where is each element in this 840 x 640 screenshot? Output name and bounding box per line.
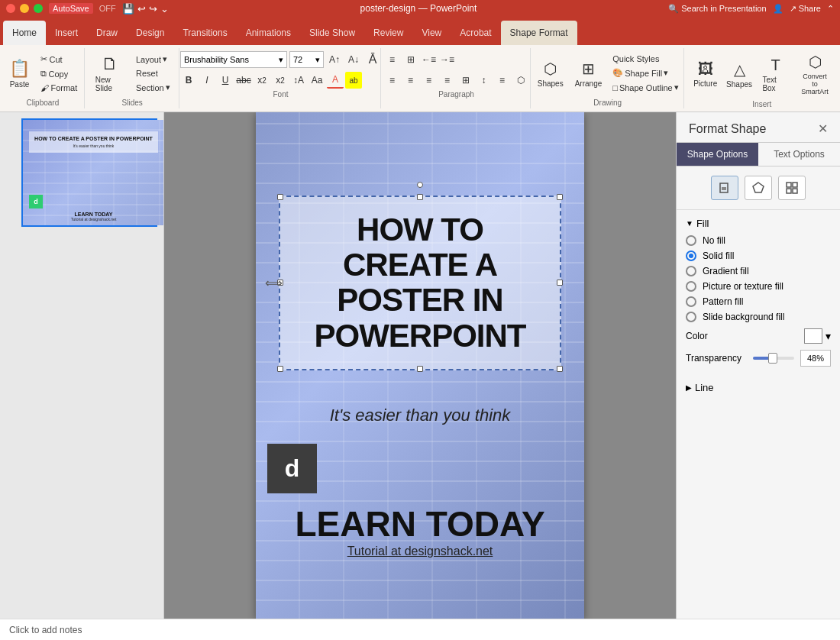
tab-transitions[interactable]: Transitions	[173, 21, 236, 45]
radio-no-fill[interactable]	[686, 235, 696, 246]
tab-design[interactable]: Design	[127, 21, 173, 45]
shape-outline-button[interactable]: □ Shape Outline ▾	[609, 81, 682, 94]
clear-format-button[interactable]: Ā	[364, 51, 381, 68]
copy-button[interactable]: ⧉ Copy	[37, 67, 81, 80]
redo-icon[interactable]: ↪	[149, 3, 157, 15]
tab-review[interactable]: Review	[364, 21, 412, 45]
tab-draw[interactable]: Draw	[87, 21, 127, 45]
window-controls[interactable]	[6, 4, 43, 13]
effects-icon-btn[interactable]	[745, 176, 772, 200]
subscript-button[interactable]: x2	[272, 72, 289, 89]
handle-middle-right[interactable]	[557, 280, 563, 286]
justify-button[interactable]: ≡	[439, 72, 456, 89]
layout-button[interactable]: Layout ▾	[132, 53, 174, 66]
font-size-selector[interactable]: 72 ▾	[289, 51, 324, 68]
arrange-button[interactable]: ⊞ Arrange	[570, 57, 607, 91]
tab-animations[interactable]: Animations	[237, 21, 300, 45]
section-button[interactable]: Section ▾	[132, 81, 174, 94]
align-center-button[interactable]: ≡	[402, 72, 419, 89]
fill-line-icon-btn[interactable]	[711, 176, 738, 200]
color-picker[interactable]: ▾	[804, 328, 831, 344]
quick-styles-button[interactable]: Quick Styles	[609, 53, 682, 65]
text-spacing-button[interactable]: ↕A	[290, 72, 307, 89]
fill-option-slide-background[interactable]: Slide background fill	[686, 312, 831, 322]
underline-button[interactable]: U	[217, 72, 234, 89]
handle-bottom-right[interactable]	[557, 366, 563, 372]
handle-top-middle[interactable]	[417, 194, 423, 200]
undo-icon[interactable]: ↩	[137, 3, 146, 15]
radio-gradient-fill[interactable]	[686, 266, 696, 276]
smartart-button[interactable]: ⬡ Convert to SmartArt	[796, 50, 834, 99]
color-swatch[interactable]	[804, 328, 822, 344]
handle-top-right[interactable]	[557, 194, 563, 200]
tab-slideshow[interactable]: Slide Show	[300, 21, 364, 45]
search-bar[interactable]: 🔍 Search in Presentation	[668, 4, 766, 14]
font-family-selector[interactable]: Brushability Sans ▾	[180, 51, 287, 68]
increase-font-size-button[interactable]: A↑	[326, 51, 343, 68]
handle-bottom-left[interactable]	[277, 366, 283, 372]
shapes-btn2[interactable]: △ Shapes	[723, 57, 756, 92]
italic-button[interactable]: I	[199, 72, 215, 89]
transparency-slider[interactable]	[753, 357, 794, 360]
superscript-button[interactable]: x2	[254, 72, 270, 89]
line-section-header[interactable]: ▶ Line	[686, 382, 831, 393]
close-button[interactable]	[6, 4, 15, 13]
handle-bottom-middle[interactable]	[417, 366, 423, 372]
tab-acrobat[interactable]: Acrobat	[451, 21, 500, 45]
radio-slide-bg-fill[interactable]	[686, 312, 696, 322]
fill-section-header[interactable]: ▼ Fill	[686, 218, 831, 229]
align-left-button[interactable]: ≡	[384, 72, 401, 89]
decrease-indent-button[interactable]: ←≡	[421, 51, 438, 68]
radio-picture-fill[interactable]	[686, 281, 696, 292]
share-button[interactable]: ↗ Share	[790, 4, 821, 14]
panel-close-button[interactable]: ✕	[818, 121, 828, 136]
text-direction-button[interactable]: ↕	[476, 72, 493, 89]
transparency-thumb[interactable]	[768, 353, 777, 364]
numbering-button[interactable]: ⊞	[402, 51, 419, 68]
notes-bar[interactable]: Click to add notes	[0, 619, 840, 640]
slide-logo[interactable]: d	[267, 444, 317, 493]
shape-fill-button[interactable]: 🎨 Shape Fill ▾	[609, 66, 682, 79]
fill-option-no-fill[interactable]: No fill	[686, 235, 831, 246]
decrease-font-size-button[interactable]: A↓	[345, 51, 362, 68]
paste-button[interactable]: 📋 Paste	[4, 56, 34, 92]
ribbon-collapse[interactable]: ⌃	[827, 4, 834, 14]
picture-button[interactable]: 🖼 Picture	[690, 57, 721, 91]
transparency-value[interactable]: 48%	[800, 350, 831, 367]
slide-canvas[interactable]: ⟺ HOW TO CREATE A POSTER IN POWERPOINT I…	[256, 112, 584, 619]
format-button[interactable]: 🖌 Format	[37, 82, 81, 94]
align-right-button[interactable]: ≡	[421, 72, 438, 89]
fill-option-gradient[interactable]: Gradient fill	[686, 266, 831, 276]
tab-text-options[interactable]: Text Options	[758, 143, 840, 166]
tab-home[interactable]: Home	[3, 21, 46, 45]
shapes-button[interactable]: ⬡ Shapes	[533, 57, 568, 91]
font-color-button[interactable]: A	[327, 72, 344, 89]
more-icon[interactable]: ⌄	[160, 3, 169, 15]
tab-shape-options[interactable]: Shape Options	[677, 143, 758, 166]
resize-left-icon[interactable]: ⟺	[265, 276, 283, 290]
reset-button[interactable]: Reset	[132, 67, 174, 79]
tab-shape-format[interactable]: Shape Format	[501, 21, 577, 45]
convert-smartart-button[interactable]: ⬡	[512, 72, 529, 89]
quick-access-toolbar[interactable]: 💾 ↩ ↪ ⌄	[122, 3, 169, 15]
title-text-box[interactable]: ⟺ HOW TO CREATE A POSTER IN POWERPOINT	[279, 196, 561, 370]
size-props-icon-btn[interactable]	[778, 176, 806, 200]
new-slide-button[interactable]: 🗋 New Slide	[91, 51, 130, 95]
save-icon[interactable]: 💾	[122, 3, 134, 15]
radio-pattern-fill[interactable]	[686, 296, 696, 307]
cut-button[interactable]: ✂ Cut	[37, 53, 81, 66]
fill-option-pattern[interactable]: Pattern fill	[686, 296, 831, 307]
slide-thumbnail[interactable]: HOW TO CREATE A POSTER IN POWERPOINT It'…	[21, 118, 157, 227]
bold-button[interactable]: B	[180, 72, 197, 89]
strikethrough-button[interactable]: abc	[235, 72, 252, 89]
columns-button[interactable]: ⊞	[457, 72, 474, 89]
maximize-button[interactable]	[34, 4, 43, 13]
highlight-button[interactable]: ab	[345, 72, 362, 89]
color-dropdown-btn[interactable]: ▾	[825, 330, 831, 342]
account-icon[interactable]: 👤	[773, 4, 783, 14]
autosave-toggle[interactable]: AutoSave	[49, 3, 93, 14]
radio-solid-fill[interactable]	[686, 251, 696, 261]
increase-indent-button[interactable]: →≡	[439, 51, 456, 68]
handle-top-left[interactable]	[277, 194, 283, 200]
tab-insert[interactable]: Insert	[46, 21, 87, 45]
